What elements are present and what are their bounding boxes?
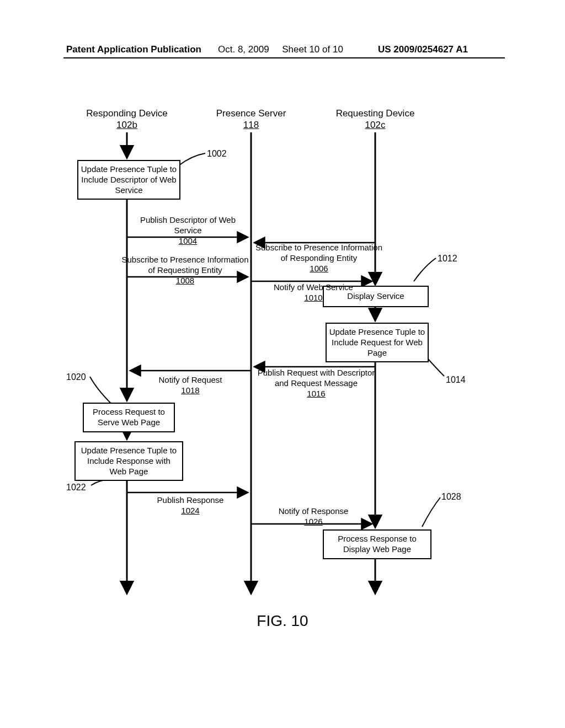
msg-publish-response: Publish Response 1024 bbox=[135, 495, 246, 516]
msg-ref: 1008 bbox=[176, 276, 194, 285]
label-1002: 1002 bbox=[207, 149, 227, 159]
box-update-tuple-request: Update Presence Tuple to Include Request… bbox=[326, 323, 429, 362]
box-process-response: Process Response to Display Web Page bbox=[323, 529, 431, 559]
msg-text: Notify of Response bbox=[279, 506, 349, 516]
header-date: Oct. 8, 2009 bbox=[218, 44, 269, 55]
label-1012: 1012 bbox=[438, 254, 457, 264]
msg-notify-response: Notify of Response 1026 bbox=[258, 506, 369, 527]
label-1020: 1020 bbox=[66, 372, 86, 382]
msg-ref: 1016 bbox=[307, 389, 325, 398]
msg-subscribe-responding: Subscribe to Presence Information of Res… bbox=[253, 243, 385, 274]
msg-ref: 1010 bbox=[304, 293, 322, 302]
label-1022: 1022 bbox=[66, 483, 86, 493]
page: Patent Application Publication Oct. 8, 2… bbox=[0, 0, 565, 728]
box-process-request: Process Request to Serve Web Page bbox=[83, 403, 175, 432]
header-center: Oct. 8, 2009 Sheet 10 of 10 bbox=[218, 44, 343, 55]
msg-ref: 1004 bbox=[179, 236, 197, 245]
box-update-tuple-descriptor: Update Presence Tuple to Include Descrip… bbox=[77, 160, 180, 200]
msg-text: Notify of Request bbox=[158, 375, 222, 384]
msg-publish-descriptor: Publish Descriptor of Web Service 1004 bbox=[126, 215, 250, 246]
msg-subscribe-requesting: Subscribe to Presence Information of Req… bbox=[120, 255, 250, 286]
msg-ref: 1024 bbox=[181, 506, 199, 515]
lane-name: Presence Server bbox=[216, 108, 286, 119]
lane-name: Responding Device bbox=[86, 108, 167, 119]
lane-title-responding: Responding Device 102b bbox=[72, 108, 182, 131]
msg-ref: 1018 bbox=[181, 386, 199, 395]
figure-title: FIG. 10 bbox=[0, 612, 565, 630]
msg-text: Publish Response bbox=[157, 495, 224, 505]
lane-ref: 118 bbox=[243, 120, 259, 130]
lane-title-presence: Presence Server 118 bbox=[196, 108, 306, 131]
msg-publish-request: Publish Request with Descriptor and Requ… bbox=[253, 368, 380, 399]
box-update-tuple-response: Update Presence Tuple to Include Respons… bbox=[74, 441, 183, 481]
msg-notify-request: Notify of Request 1018 bbox=[135, 375, 246, 396]
msg-ref: 1006 bbox=[310, 264, 328, 273]
msg-text: Publish Descriptor of Web Service bbox=[140, 215, 236, 235]
label-1028: 1028 bbox=[441, 492, 461, 502]
label-1014: 1014 bbox=[446, 375, 466, 385]
header-left: Patent Application Publication bbox=[66, 44, 201, 55]
header-rule bbox=[63, 57, 505, 58]
msg-text: Subscribe to Presence Information of Res… bbox=[255, 243, 382, 263]
lane-ref: 102c bbox=[365, 120, 386, 130]
lane-ref: 102b bbox=[116, 120, 137, 130]
msg-text: Subscribe to Presence Information of Req… bbox=[121, 255, 248, 275]
msg-text: Notify of Web Service bbox=[274, 282, 353, 292]
lane-name: Requesting Device bbox=[336, 108, 415, 119]
header-sheet: Sheet 10 of 10 bbox=[282, 44, 343, 55]
lane-title-requesting: Requesting Device 102c bbox=[320, 108, 430, 131]
header-right: US 2009/0254627 A1 bbox=[378, 44, 468, 55]
msg-ref: 1026 bbox=[304, 517, 322, 526]
msg-text: Publish Request with Descriptor and Requ… bbox=[258, 368, 375, 388]
msg-notify-web-service: Notify of Web Service 1010 bbox=[258, 282, 369, 303]
